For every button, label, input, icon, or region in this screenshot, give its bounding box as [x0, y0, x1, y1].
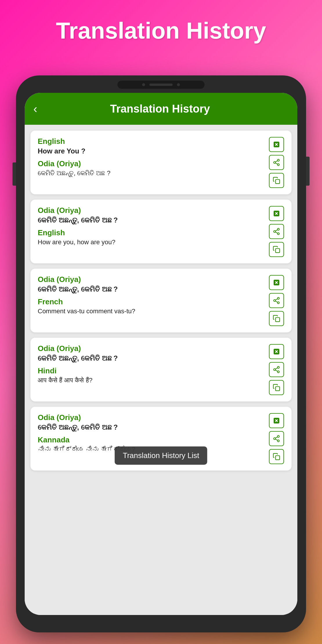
target-lang-label: French [38, 297, 263, 306]
svg-point-12 [277, 228, 279, 230]
svg-line-15 [275, 232, 277, 233]
share-button[interactable] [269, 224, 284, 239]
svg-point-40 [274, 438, 276, 440]
share-button[interactable] [269, 431, 284, 446]
delete-button[interactable] [269, 137, 284, 152]
content-area: English How are You ? Odia (Oriya) କେମିତ… [25, 125, 297, 615]
speaker-grille [149, 84, 173, 86]
copy-button[interactable] [269, 449, 284, 464]
svg-point-41 [277, 440, 279, 442]
translation-card: English How are You ? Odia (Oriya) କେମିତ… [30, 131, 292, 194]
share-button[interactable] [269, 362, 284, 377]
phone-frame: ‹ Translation History English How are Yo… [16, 75, 306, 632]
target-text: କେମିତି ଅଛନ୍ତୁ, କେମିତି ଅଛ ? [38, 169, 263, 177]
share-button[interactable] [269, 155, 284, 170]
delete-button[interactable] [269, 413, 284, 428]
svg-line-42 [275, 439, 277, 440]
svg-point-22 [274, 300, 276, 302]
page-title-area: Translation History [0, 0, 322, 56]
svg-point-3 [277, 159, 279, 161]
source-lang-label: Odia (Oriya) [38, 275, 263, 284]
power-button [306, 157, 310, 186]
svg-rect-35 [275, 387, 279, 391]
share-button[interactable] [269, 293, 284, 308]
delete-button[interactable] [269, 275, 284, 290]
phone-wrapper: ‹ Translation History English How are Yo… [16, 75, 306, 632]
sensor-dot [177, 83, 180, 86]
svg-line-24 [275, 301, 277, 302]
bg-page-title: Translation History [0, 17, 322, 44]
source-text: କେମିତି ଅଛନ୍ତୁ, କେମିତି ଅଛ ? [38, 354, 263, 362]
svg-line-6 [275, 163, 277, 164]
svg-point-23 [277, 302, 279, 304]
svg-point-31 [274, 369, 276, 371]
translation-card: Odia (Oriya) କେମିତି ଅଛନ୍ତୁ, କେମିତି ଅଛ ? … [30, 200, 292, 263]
target-lang-label: Odia (Oriya) [38, 159, 263, 168]
source-lang-label: Odia (Oriya) [38, 206, 263, 215]
card-actions [268, 206, 284, 257]
source-text: କେମିତି ଅଛନ୍ତୁ, କେମିତି ଅଛ ? [38, 216, 263, 224]
copy-button[interactable] [269, 173, 284, 188]
copy-button[interactable] [269, 242, 284, 257]
delete-button[interactable] [269, 344, 284, 359]
source-text: How are You ? [38, 147, 263, 155]
volume-button [12, 162, 16, 186]
card-content: Odia (Oriya) କେମିତି ଅଛନ୍ତୁ, କେମିତି ଅଛ ? … [38, 344, 268, 395]
phone-screen: ‹ Translation History English How are Yo… [25, 93, 297, 615]
source-lang-label: English [38, 137, 263, 146]
card-content: English How are You ? Odia (Oriya) କେମିତ… [38, 137, 268, 188]
source-text: କେମିତି ଅଛନ୍ତୁ, କେମିତି ଅଛ ? [38, 285, 263, 293]
target-lang-label: Kannada [38, 435, 263, 444]
source-text: କେମିତି ଅଛନ୍ତୁ, କେମିତି ଅଛ ? [38, 423, 263, 431]
card-content: Odia (Oriya) କେମିତି ଅଛନ୍ତୁ, କେମିତି ଅଛ ? … [38, 275, 268, 326]
svg-line-34 [275, 368, 277, 369]
svg-point-39 [277, 435, 279, 437]
svg-point-21 [277, 297, 279, 299]
back-button[interactable]: ‹ [33, 102, 37, 115]
target-lang-label: English [38, 228, 263, 237]
card-actions [268, 275, 284, 326]
svg-line-16 [275, 230, 277, 231]
card-actions [268, 137, 284, 188]
translation-card: Odia (Oriya) କେମିତି ଅଛନ୍ତୁ, କେମିତି ଅଛ ? … [30, 338, 292, 401]
svg-point-4 [274, 162, 276, 164]
svg-rect-8 [275, 180, 279, 184]
camera-dot [142, 83, 145, 86]
copy-button[interactable] [269, 380, 284, 395]
target-lang-label: Hindi [38, 366, 263, 375]
source-lang-label: Odia (Oriya) [38, 413, 263, 422]
card-actions [268, 413, 284, 464]
svg-line-7 [275, 161, 277, 162]
svg-line-33 [275, 370, 277, 371]
svg-line-43 [275, 437, 277, 438]
svg-rect-17 [275, 249, 279, 253]
app-bar-title: Translation History [43, 103, 277, 115]
source-lang-label: Odia (Oriya) [38, 344, 263, 353]
translation-card: Odia (Oriya) କେମିତି ଅଛନ୍ତୁ, କେମିତି ଅଛ ? … [30, 269, 292, 332]
svg-point-14 [277, 233, 279, 235]
delete-button[interactable] [269, 206, 284, 221]
card-actions [268, 344, 284, 395]
target-text: How are you, how are you? [38, 238, 263, 246]
app-bar: ‹ Translation History [25, 93, 297, 125]
phone-top-bar [117, 81, 205, 89]
svg-point-5 [277, 164, 279, 166]
target-text: आप कैसे हैं आप कैसे हैं? [38, 377, 263, 384]
svg-point-30 [277, 366, 279, 368]
svg-line-25 [275, 299, 277, 300]
svg-point-32 [277, 371, 279, 373]
target-text: Comment vas-tu comment vas-tu? [38, 307, 263, 315]
card-content: Odia (Oriya) କେମିତି ଅଛନ୍ତୁ, କେମିତି ଅଛ ? … [38, 206, 268, 257]
tooltip: Translation History List [115, 446, 207, 465]
svg-point-13 [274, 231, 276, 233]
svg-rect-44 [275, 456, 279, 460]
copy-button[interactable] [269, 311, 284, 326]
translation-card: Odia (Oriya) କେମିତି ଅଛନ୍ତୁ, କେମିତି ଅଛ ? … [30, 407, 292, 471]
svg-rect-26 [275, 318, 279, 322]
